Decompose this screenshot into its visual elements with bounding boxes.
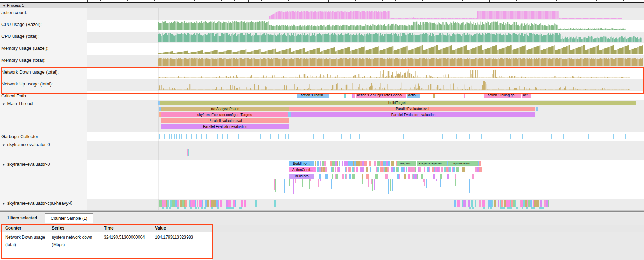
main-thread-slice[interactable]: Parallel Evaluator evaluation — [291, 112, 536, 117]
gc-event-tick[interactable] — [212, 134, 212, 139]
activity-slice[interactable] — [533, 207, 536, 209]
activity-slice[interactable] — [335, 167, 336, 172]
collapse-triangle-icon[interactable]: ▾ — [3, 143, 5, 147]
activity-slice[interactable] — [477, 167, 479, 172]
column-header-counter[interactable]: Counter — [5, 226, 21, 231]
activity-slice[interactable] — [177, 207, 179, 209]
activity-slice[interactable] — [198, 207, 200, 209]
activity-slice[interactable] — [326, 167, 327, 172]
activity-slice[interactable] — [398, 167, 399, 172]
gc-event-tick[interactable] — [288, 134, 289, 139]
collapse-triangle-icon[interactable]: ▾ — [4, 3, 5, 8]
activity-slice[interactable] — [186, 200, 187, 207]
evaluator2-sliver[interactable] — [317, 161, 319, 166]
evaluator2-sliver[interactable] — [322, 161, 324, 166]
activity-slice[interactable] — [335, 174, 336, 179]
activity-slice[interactable] — [479, 161, 481, 166]
gc-event-tick[interactable] — [535, 134, 536, 139]
activity-slice[interactable] — [380, 167, 383, 172]
critical-path-slice[interactable]: action 'Linking go... — [484, 93, 521, 98]
gc-event-tick[interactable] — [248, 134, 248, 139]
evaluator2-sliver[interactable] — [315, 161, 316, 166]
gc-event-tick[interactable] — [162, 134, 162, 139]
activity-slice[interactable] — [447, 174, 449, 179]
activity-slice[interactable] — [163, 200, 166, 207]
gc-event-tick[interactable] — [186, 134, 187, 139]
evaluator2-slice[interactable]: stag:stag... — [397, 161, 416, 166]
gc-event-tick[interactable] — [510, 134, 511, 139]
gc-event-tick[interactable] — [179, 134, 180, 139]
activity-slice[interactable] — [348, 161, 350, 166]
gc-event-tick[interactable] — [260, 134, 261, 139]
gc-event-tick[interactable] — [159, 134, 160, 139]
sidebar-item-network-down-usage-total-[interactable]: Network Down usage (total): — [1, 69, 59, 75]
activity-slice[interactable] — [471, 200, 472, 207]
gc-event-tick[interactable] — [388, 134, 388, 139]
activity-slice[interactable] — [349, 174, 351, 179]
hanging-slice[interactable] — [469, 179, 470, 193]
activity-slice[interactable] — [356, 161, 357, 166]
hanging-slice[interactable] — [290, 179, 290, 187]
hanging-slice[interactable] — [412, 179, 412, 191]
activity-slice[interactable] — [350, 161, 353, 166]
main-thread-slice[interactable]: ParallelEvaluator.eval — [161, 118, 289, 123]
activity-slice[interactable] — [166, 207, 168, 209]
hanging-slice[interactable] — [331, 179, 332, 189]
main-thread-slice[interactable]: buildTargets — [160, 101, 636, 105]
activity-slice[interactable] — [548, 200, 550, 207]
activity-slice[interactable] — [357, 161, 360, 166]
activity-slice[interactable] — [494, 200, 496, 207]
sidebar-item-skyframe-evaluator-0[interactable]: ▾skyframe-evaluator-0 — [3, 142, 50, 147]
critical-path-slice[interactable]: actio... — [407, 93, 420, 98]
activity-slice[interactable] — [207, 200, 209, 207]
activity-slice[interactable] — [366, 161, 368, 166]
gc-event-tick[interactable] — [522, 134, 523, 139]
evaluator2-sliver[interactable] — [320, 161, 321, 166]
hanging-slice[interactable] — [293, 179, 294, 194]
activity-slice[interactable] — [458, 167, 459, 172]
gc-event-tick[interactable] — [176, 134, 177, 139]
activity-slice[interactable] — [338, 167, 340, 172]
activity-slice[interactable] — [484, 207, 485, 209]
activity-slice[interactable] — [470, 207, 471, 209]
activity-slice[interactable] — [507, 200, 510, 207]
activity-slice[interactable] — [507, 207, 510, 209]
activity-slice[interactable] — [414, 174, 417, 179]
main-thread-sliver[interactable] — [159, 107, 161, 111]
process-header[interactable]: ▾Process 1 — [0, 3, 644, 8]
gc-event-tick[interactable] — [456, 134, 457, 139]
gc-event-tick[interactable] — [323, 134, 324, 139]
activity-slice[interactable] — [546, 200, 548, 207]
activity-slice[interactable] — [233, 207, 235, 209]
activity-slice[interactable] — [472, 174, 474, 179]
activity-slice[interactable] — [377, 161, 380, 166]
evaluator2-sliver[interactable] — [319, 167, 321, 172]
sidebar-item-network-up-usage-total-[interactable]: Network Up usage (total): — [1, 81, 53, 87]
collapse-triangle-icon[interactable]: ▾ — [3, 202, 5, 205]
activity-slice[interactable] — [540, 200, 542, 207]
activity-slice[interactable] — [366, 174, 369, 179]
gc-event-tick[interactable] — [169, 134, 170, 139]
activity-slice[interactable] — [440, 174, 442, 179]
hanging-slice[interactable] — [274, 179, 275, 190]
hanging-slice[interactable] — [310, 179, 311, 181]
activity-slice[interactable] — [323, 167, 326, 172]
gc-event-tick[interactable] — [369, 134, 369, 139]
activity-slice[interactable] — [190, 207, 192, 209]
counter-chart-memory-usage-bazel-[interactable] — [87, 45, 644, 54]
evaluator2-slice[interactable]: BuildInfo — [289, 174, 314, 179]
activity-slice[interactable] — [433, 174, 435, 179]
evaluator2-sliver[interactable] — [326, 174, 328, 179]
activity-slice[interactable] — [377, 167, 379, 172]
gc-event-tick[interactable] — [285, 134, 286, 139]
critical-path-sliver[interactable] — [344, 93, 346, 98]
activity-slice[interactable] — [274, 200, 276, 207]
hanging-slice[interactable] — [309, 179, 310, 189]
gc-event-tick[interactable] — [172, 134, 172, 139]
hanging-slice[interactable] — [321, 179, 321, 193]
activity-slice[interactable] — [388, 161, 390, 166]
activity-slice[interactable] — [523, 200, 525, 207]
activity-slice[interactable] — [255, 200, 257, 207]
hanging-slice[interactable] — [372, 179, 373, 191]
activity-slice[interactable] — [204, 207, 206, 209]
